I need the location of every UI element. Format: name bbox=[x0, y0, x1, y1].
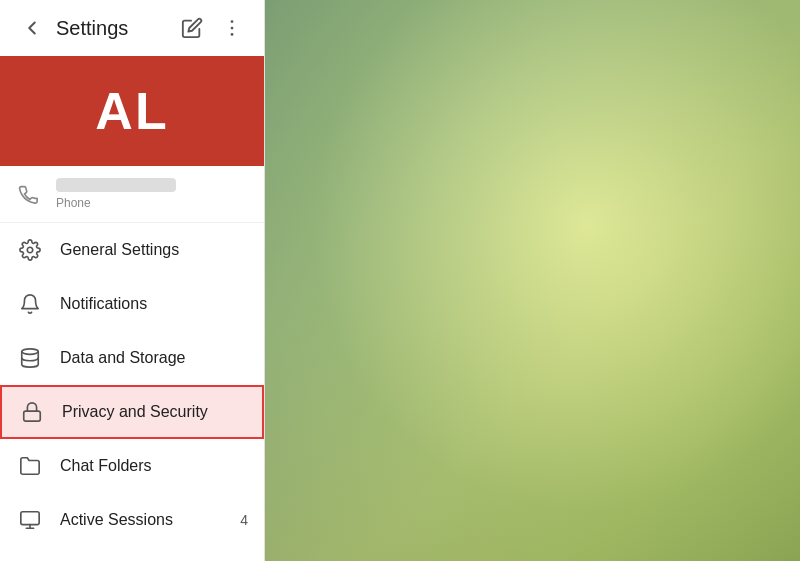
svg-point-4 bbox=[22, 349, 39, 355]
edit-button[interactable] bbox=[176, 12, 208, 44]
lock-icon bbox=[18, 398, 46, 426]
sidebar-item-label: Data and Storage bbox=[60, 349, 248, 367]
avatar-area: AL bbox=[0, 56, 264, 166]
phone-info: Phone bbox=[56, 178, 176, 210]
header-icons bbox=[176, 12, 248, 44]
cylinder-icon bbox=[16, 344, 44, 372]
back-button[interactable] bbox=[16, 12, 48, 44]
main-overlay bbox=[265, 0, 800, 561]
sidebar-item-active-sessions[interactable]: Active Sessions 4 bbox=[0, 493, 264, 547]
phone-icon bbox=[16, 182, 40, 206]
sidebar-item-data-and-storage[interactable]: Data and Storage bbox=[0, 331, 264, 385]
active-sessions-badge: 4 bbox=[240, 512, 248, 528]
sidebar-item-chat-folders[interactable]: Chat Folders bbox=[0, 439, 264, 493]
sidebar-item-label: Active Sessions bbox=[60, 511, 240, 529]
main-content bbox=[265, 0, 800, 561]
svg-point-1 bbox=[231, 27, 234, 30]
sidebar-header: Settings bbox=[0, 0, 264, 56]
svg-point-2 bbox=[231, 33, 234, 36]
phone-number-blur bbox=[56, 178, 176, 192]
gear-icon bbox=[16, 236, 44, 264]
svg-point-3 bbox=[27, 247, 33, 253]
sidebar-item-general-settings[interactable]: General Settings bbox=[0, 223, 264, 277]
sidebar-item-label: Chat Folders bbox=[60, 457, 248, 475]
svg-rect-6 bbox=[21, 512, 39, 525]
phone-row: Phone bbox=[0, 166, 264, 223]
bell-icon bbox=[16, 290, 44, 318]
avatar-letters: AL bbox=[95, 81, 168, 141]
folder-icon bbox=[16, 452, 44, 480]
page-title: Settings bbox=[56, 17, 176, 40]
sidebar-item-privacy-and-security[interactable]: Privacy and Security bbox=[0, 385, 264, 439]
sidebar: Settings AL Phone bbox=[0, 0, 265, 561]
sidebar-item-label: General Settings bbox=[60, 241, 248, 259]
sidebar-item-language[interactable]: Language bbox=[0, 547, 264, 561]
sidebar-item-notifications[interactable]: Notifications bbox=[0, 277, 264, 331]
sidebar-item-label: Privacy and Security bbox=[62, 403, 246, 421]
sidebar-item-label: Notifications bbox=[60, 295, 248, 313]
menu-list: General Settings Notifications Data a bbox=[0, 223, 264, 561]
device-icon bbox=[16, 506, 44, 534]
svg-rect-5 bbox=[24, 411, 41, 421]
phone-label: Phone bbox=[56, 196, 176, 210]
more-button[interactable] bbox=[216, 12, 248, 44]
svg-point-0 bbox=[231, 20, 234, 23]
